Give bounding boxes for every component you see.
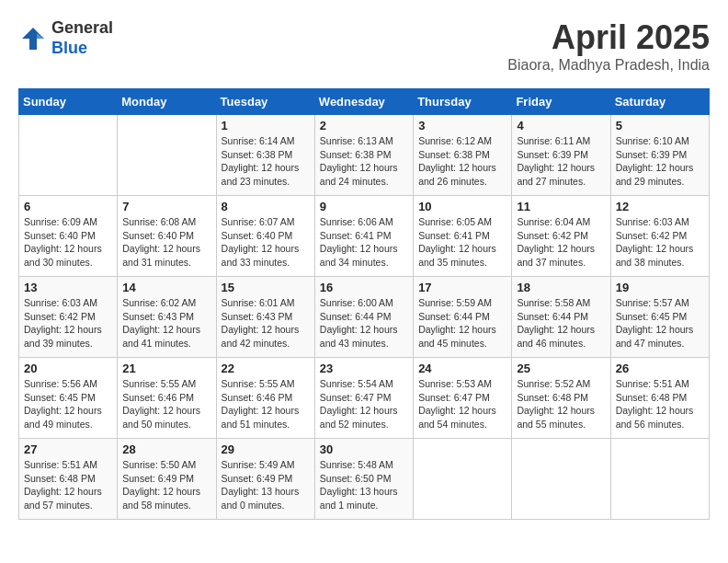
location-subtitle: Biaora, Madhya Pradesh, India	[507, 57, 710, 74]
day-number: 2	[320, 119, 408, 132]
logo: General Blue	[18, 18, 113, 58]
day-info: Sunrise: 6:13 AM Sunset: 6:38 PM Dayligh…	[320, 134, 408, 189]
day-number: 18	[517, 281, 605, 294]
day-number: 12	[616, 200, 704, 213]
day-cell: 4Sunrise: 6:11 AM Sunset: 6:39 PM Daylig…	[512, 115, 610, 196]
day-cell: 26Sunrise: 5:51 AM Sunset: 6:48 PM Dayli…	[610, 358, 709, 439]
day-cell	[512, 439, 610, 520]
day-number: 16	[320, 281, 408, 294]
day-cell: 5Sunrise: 6:10 AM Sunset: 6:39 PM Daylig…	[610, 115, 709, 196]
week-row-4: 20Sunrise: 5:56 AM Sunset: 6:45 PM Dayli…	[19, 358, 710, 439]
column-header-friday: Friday	[512, 89, 610, 115]
day-cell: 14Sunrise: 6:02 AM Sunset: 6:43 PM Dayli…	[118, 277, 216, 358]
day-info: Sunrise: 5:59 AM Sunset: 6:44 PM Dayligh…	[418, 296, 506, 350]
day-number: 4	[517, 119, 605, 132]
column-header-sunday: Sunday	[19, 89, 118, 115]
day-number: 29	[222, 442, 310, 456]
day-cell: 19Sunrise: 5:57 AM Sunset: 6:45 PM Dayli…	[610, 277, 709, 358]
logo-text: General Blue	[51, 18, 113, 58]
day-number: 28	[122, 442, 210, 456]
day-cell: 18Sunrise: 5:58 AM Sunset: 6:44 PM Dayli…	[512, 277, 610, 358]
day-info: Sunrise: 5:53 AM Sunset: 6:47 PM Dayligh…	[418, 377, 506, 431]
day-cell	[414, 439, 512, 520]
day-cell: 20Sunrise: 5:56 AM Sunset: 6:45 PM Dayli…	[19, 358, 118, 439]
day-info: Sunrise: 5:48 AM Sunset: 6:50 PM Dayligh…	[320, 458, 408, 512]
day-number: 9	[320, 200, 408, 213]
day-info: Sunrise: 6:01 AM Sunset: 6:43 PM Dayligh…	[222, 296, 310, 350]
column-header-wednesday: Wednesday	[314, 89, 413, 115]
day-info: Sunrise: 6:03 AM Sunset: 6:42 PM Dayligh…	[616, 215, 704, 270]
day-cell: 7Sunrise: 6:08 AM Sunset: 6:40 PM Daylig…	[118, 196, 216, 277]
day-info: Sunrise: 5:52 AM Sunset: 6:48 PM Dayligh…	[517, 377, 605, 431]
day-info: Sunrise: 6:12 AM Sunset: 6:38 PM Dayligh…	[418, 134, 506, 189]
day-number: 30	[320, 442, 408, 456]
day-cell: 25Sunrise: 5:52 AM Sunset: 6:48 PM Dayli…	[512, 358, 610, 439]
day-cell: 12Sunrise: 6:03 AM Sunset: 6:42 PM Dayli…	[610, 196, 709, 277]
day-number: 10	[418, 200, 506, 213]
day-info: Sunrise: 5:55 AM Sunset: 6:46 PM Dayligh…	[122, 377, 210, 431]
day-info: Sunrise: 6:14 AM Sunset: 6:38 PM Dayligh…	[222, 134, 310, 189]
column-header-saturday: Saturday	[610, 89, 709, 115]
day-cell: 21Sunrise: 5:55 AM Sunset: 6:46 PM Dayli…	[118, 358, 216, 439]
day-cell: 30Sunrise: 5:48 AM Sunset: 6:50 PM Dayli…	[314, 439, 413, 520]
day-info: Sunrise: 6:05 AM Sunset: 6:41 PM Dayligh…	[418, 215, 506, 270]
month-title: April 2025	[507, 18, 710, 57]
day-info: Sunrise: 5:49 AM Sunset: 6:49 PM Dayligh…	[222, 458, 310, 512]
day-number: 7	[122, 200, 210, 213]
day-cell: 2Sunrise: 6:13 AM Sunset: 6:38 PM Daylig…	[314, 115, 413, 196]
week-row-5: 27Sunrise: 5:51 AM Sunset: 6:48 PM Dayli…	[19, 439, 710, 520]
day-cell: 29Sunrise: 5:49 AM Sunset: 6:49 PM Dayli…	[216, 439, 314, 520]
day-cell: 22Sunrise: 5:55 AM Sunset: 6:46 PM Dayli…	[216, 358, 314, 439]
day-number: 14	[122, 281, 210, 294]
week-row-2: 6Sunrise: 6:09 AM Sunset: 6:40 PM Daylig…	[19, 196, 710, 277]
day-info: Sunrise: 6:09 AM Sunset: 6:40 PM Dayligh…	[24, 215, 112, 270]
day-number: 27	[24, 442, 112, 456]
day-cell: 15Sunrise: 6:01 AM Sunset: 6:43 PM Dayli…	[216, 277, 314, 358]
day-number: 25	[517, 362, 605, 375]
day-cell: 24Sunrise: 5:53 AM Sunset: 6:47 PM Dayli…	[414, 358, 512, 439]
day-info: Sunrise: 5:55 AM Sunset: 6:46 PM Dayligh…	[222, 377, 310, 431]
page-header: General Blue April 2025 Biaora, Madhya P…	[18, 18, 710, 74]
day-cell: 10Sunrise: 6:05 AM Sunset: 6:41 PM Dayli…	[414, 196, 512, 277]
day-info: Sunrise: 6:06 AM Sunset: 6:41 PM Dayligh…	[320, 215, 408, 270]
day-cell	[610, 439, 709, 520]
day-cell: 13Sunrise: 6:03 AM Sunset: 6:42 PM Dayli…	[19, 277, 118, 358]
day-info: Sunrise: 5:58 AM Sunset: 6:44 PM Dayligh…	[517, 296, 605, 350]
day-number: 3	[418, 119, 506, 132]
day-cell: 16Sunrise: 6:00 AM Sunset: 6:44 PM Dayli…	[314, 277, 413, 358]
day-cell: 1Sunrise: 6:14 AM Sunset: 6:38 PM Daylig…	[216, 115, 314, 196]
day-number: 24	[418, 362, 506, 375]
week-row-1: 1Sunrise: 6:14 AM Sunset: 6:38 PM Daylig…	[19, 115, 710, 196]
day-number: 15	[222, 281, 310, 294]
day-number: 17	[418, 281, 506, 294]
day-number: 19	[616, 281, 704, 294]
day-info: Sunrise: 6:02 AM Sunset: 6:43 PM Dayligh…	[122, 296, 210, 350]
calendar-header: SundayMondayTuesdayWednesdayThursdayFrid…	[19, 89, 710, 115]
day-info: Sunrise: 5:50 AM Sunset: 6:49 PM Dayligh…	[122, 458, 210, 512]
day-info: Sunrise: 5:51 AM Sunset: 6:48 PM Dayligh…	[616, 377, 704, 431]
day-info: Sunrise: 6:04 AM Sunset: 6:42 PM Dayligh…	[517, 215, 605, 270]
day-number: 22	[222, 362, 310, 375]
day-cell: 6Sunrise: 6:09 AM Sunset: 6:40 PM Daylig…	[19, 196, 118, 277]
day-number: 11	[517, 200, 605, 213]
column-header-thursday: Thursday	[414, 89, 512, 115]
day-number: 1	[222, 119, 310, 132]
day-info: Sunrise: 5:57 AM Sunset: 6:45 PM Dayligh…	[616, 296, 704, 350]
day-info: Sunrise: 6:03 AM Sunset: 6:42 PM Dayligh…	[24, 296, 112, 350]
day-info: Sunrise: 6:08 AM Sunset: 6:40 PM Dayligh…	[122, 215, 210, 270]
day-number: 26	[616, 362, 704, 375]
logo-icon	[18, 26, 48, 52]
day-cell: 3Sunrise: 6:12 AM Sunset: 6:38 PM Daylig…	[414, 115, 512, 196]
day-cell: 17Sunrise: 5:59 AM Sunset: 6:44 PM Dayli…	[414, 277, 512, 358]
title-block: April 2025 Biaora, Madhya Pradesh, India	[507, 18, 710, 74]
day-info: Sunrise: 6:11 AM Sunset: 6:39 PM Dayligh…	[517, 134, 605, 189]
day-info: Sunrise: 5:56 AM Sunset: 6:45 PM Dayligh…	[24, 377, 112, 431]
day-number: 23	[320, 362, 408, 375]
day-info: Sunrise: 6:07 AM Sunset: 6:40 PM Dayligh…	[222, 215, 310, 270]
day-cell: 11Sunrise: 6:04 AM Sunset: 6:42 PM Dayli…	[512, 196, 610, 277]
calendar-table: SundayMondayTuesdayWednesdayThursdayFrid…	[18, 88, 710, 520]
day-cell	[118, 115, 216, 196]
day-info: Sunrise: 5:51 AM Sunset: 6:48 PM Dayligh…	[24, 458, 112, 512]
day-number: 13	[24, 281, 112, 294]
day-number: 5	[616, 119, 704, 132]
